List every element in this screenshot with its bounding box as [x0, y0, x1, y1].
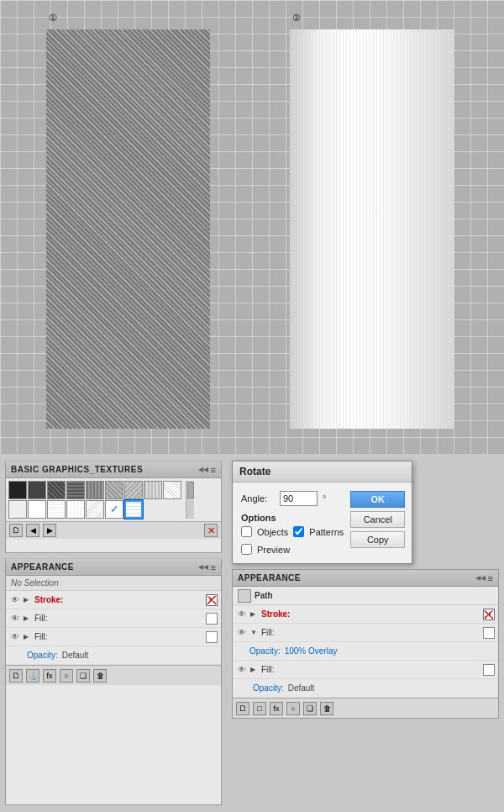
swatch-10[interactable] [8, 500, 27, 519]
eye-icon-fill1[interactable]: 👁 [9, 613, 21, 625]
new-swatch-button[interactable]: 🗋 [9, 524, 23, 537]
patterns-checkbox[interactable] [293, 526, 304, 537]
cancel-button[interactable]: Cancel [350, 511, 405, 528]
swatches-collapse[interactable]: ◀◀ [198, 466, 208, 473]
eye-icon-fill2-right[interactable]: 👁 [236, 664, 248, 676]
appearance-title-right: APPEARANCE [238, 573, 301, 583]
swatches-scrollbar[interactable] [186, 481, 194, 519]
fill2-row-right[interactable]: 👁 ▶ Fill: [233, 661, 498, 679]
new-item-button-left[interactable]: 🗋 [9, 669, 23, 683]
clear-button-left[interactable]: ○ [60, 669, 73, 683]
appearance-footer-right: 🗋 □ fx ○ ❏ 🗑 [233, 698, 498, 718]
fill-swatch-right[interactable] [483, 627, 495, 639]
new-item-button-right[interactable]: 🗋 [236, 702, 249, 715]
clear-button-right[interactable]: ○ [286, 702, 300, 715]
stroke-label-right: Stroke: [261, 609, 480, 619]
swatch-12[interactable] [47, 500, 66, 519]
appearance-opacity-row-left[interactable]: Opacity: Default [6, 646, 221, 665]
appearance-collapse-left[interactable]: ◀◀ [198, 563, 208, 571]
opacity2-value-right: Default [288, 683, 315, 693]
path-label: Path [255, 591, 273, 600]
swatch-16-active[interactable] [124, 500, 143, 519]
rotate-dialog: Rotate Angle: ° Options [232, 461, 412, 564]
swatch-7[interactable] [124, 481, 143, 499]
objects-checkbox[interactable] [241, 526, 252, 537]
swatches-controls: ◀◀ ≡ [198, 465, 216, 475]
rotate-left-col: Angle: ° Options Objects Patterns [241, 491, 344, 555]
appearance-stroke-row-left[interactable]: 👁 ▶ Stroke: [6, 591, 221, 609]
opacity2-label-right: Opacity: [253, 683, 284, 693]
dialog-buttons: OK Cancel Copy [350, 491, 405, 555]
appearance-menu-right[interactable]: ≡ [488, 573, 493, 583]
swatch-1[interactable] [8, 481, 27, 499]
swatch-9[interactable] [163, 481, 181, 499]
angle-label: Angle: [241, 493, 275, 504]
fill-row-right[interactable]: 👁 ▼ Fill: [233, 624, 498, 642]
rotate-dialog-body: Angle: ° Options Objects Patterns [233, 482, 412, 563]
stroke-swatch-left[interactable] [206, 594, 218, 606]
next-button[interactable]: ▶ [43, 524, 56, 537]
ok-button[interactable]: OK [350, 491, 405, 508]
fill-label-right: Fill: [261, 628, 480, 637]
appearance-fill1-row-left[interactable]: 👁 ▶ Fill: [6, 609, 221, 628]
square-button-right[interactable]: □ [253, 702, 266, 715]
eye-icon-fill-right[interactable]: 👁 [236, 627, 248, 639]
arrow-stroke: ▶ [24, 596, 32, 604]
eye-icon-stroke[interactable]: 👁 [9, 594, 21, 606]
swatch-5[interactable] [86, 481, 104, 499]
delete-button-left[interactable]: 🗑 [93, 669, 107, 683]
appearance-menu-left[interactable]: ≡ [211, 562, 216, 572]
options-label: Options [241, 513, 344, 523]
stroke-row-right[interactable]: 👁 ▶ Stroke: [233, 605, 498, 624]
swatch-13[interactable] [66, 500, 85, 519]
fill2-label-left: Fill: [34, 632, 203, 641]
swatches-panel-header: BASIC GRAPHICS_TEXTURES ◀◀ ≡ [6, 461, 221, 478]
artboard1-number: ① [49, 13, 57, 24]
swatch-8[interactable] [144, 481, 162, 499]
fx-button-left[interactable]: fx [43, 669, 56, 683]
duplicate-button-right[interactable]: ❏ [303, 702, 317, 715]
anchor-button-left[interactable]: ⚓ [26, 669, 39, 683]
arrow-stroke-right: ▶ [250, 610, 259, 619]
preview-checkbox[interactable] [241, 544, 252, 555]
opacity-value-left: Default [62, 651, 89, 660]
no-selection-label: No Selection [6, 576, 221, 591]
fill2-swatch-right[interactable] [483, 664, 495, 676]
eye-icon-fill2[interactable]: 👁 [9, 631, 21, 643]
prev-button[interactable]: ◀ [26, 524, 39, 537]
options-section: Options Objects Patterns [241, 513, 344, 537]
swatch-14[interactable] [86, 500, 104, 519]
fill1-swatch-left[interactable] [206, 613, 218, 625]
appearance-title-left: APPEARANCE [11, 562, 74, 572]
swatches-footer: 🗋 ◀ ▶ ✕ [6, 521, 221, 539]
swatch-6[interactable] [105, 481, 123, 499]
arrow-fill1: ▶ [24, 614, 32, 623]
swatches-grid [8, 481, 185, 519]
copy-button[interactable]: Copy [350, 531, 405, 548]
fill2-swatch-left[interactable] [206, 631, 218, 643]
appearance-collapse-right[interactable]: ◀◀ [475, 574, 486, 582]
angle-input[interactable] [280, 491, 318, 506]
artboard2-number: ② [292, 13, 301, 24]
opacity-fill-row-right[interactable]: Opacity: 100% Overlay [233, 642, 498, 661]
appearance-panel-left: APPEARANCE ◀◀ ≡ No Selection 👁 ▶ Stroke:… [5, 558, 222, 805]
appearance-fill2-row-left[interactable]: 👁 ▶ Fill: [6, 628, 221, 646]
duplicate-button-left[interactable]: ❏ [76, 669, 90, 683]
artboard2 [290, 29, 454, 429]
swatch-2[interactable] [28, 481, 46, 499]
path-row: Path [233, 587, 498, 605]
swatch-15-selected[interactable] [105, 500, 123, 519]
patterns-label: Patterns [309, 527, 344, 537]
fill1-label-left: Fill: [34, 614, 203, 623]
stroke-swatch-right[interactable] [483, 609, 495, 620]
swatches-menu-icon[interactable]: ≡ [211, 465, 216, 475]
eye-icon-stroke-right[interactable]: 👁 [236, 609, 248, 620]
fx-button-right[interactable]: fx [270, 702, 283, 715]
swatch-11[interactable] [28, 500, 46, 519]
degree-symbol: ° [323, 493, 326, 504]
opacity2-row-right[interactable]: Opacity: Default [233, 679, 498, 698]
swatch-3[interactable] [47, 481, 66, 499]
swatch-4[interactable] [66, 481, 85, 499]
delete-swatch-button[interactable]: ✕ [204, 524, 218, 537]
trash-button-right[interactable]: 🗑 [320, 702, 333, 715]
